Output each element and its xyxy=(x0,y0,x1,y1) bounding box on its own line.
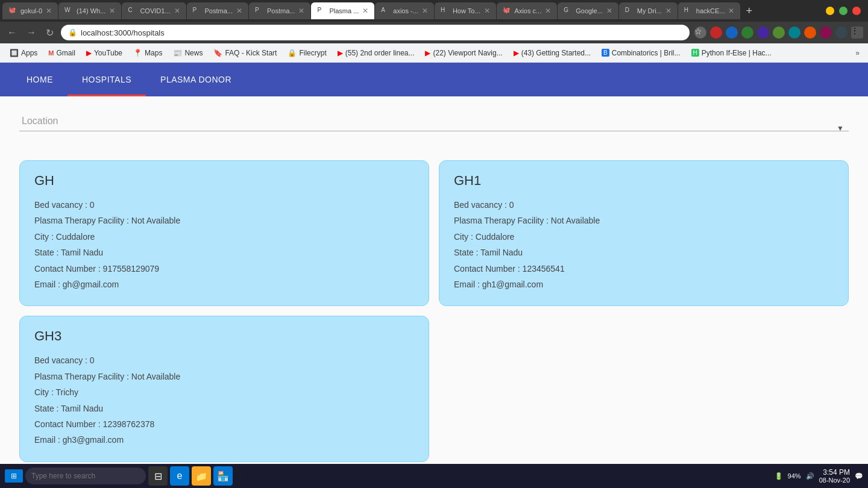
hospital-card-gh1: GH1 Bed vacancy : 0 Plasma Therapy Facil… xyxy=(439,160,849,306)
bookmark-22[interactable]: ▶ (22) Viewport Navig... xyxy=(420,47,507,59)
taskbar-icon-edge[interactable]: e xyxy=(170,466,189,477)
extension-icon2[interactable] xyxy=(726,27,738,39)
tab-mydrive[interactable]: D My Dri... ✕ xyxy=(619,2,678,19)
extension-icon7[interactable] xyxy=(804,27,816,39)
tab-favicon: H xyxy=(684,7,693,15)
taskbar-icon-store[interactable]: 🏪 xyxy=(213,466,233,477)
back-button[interactable]: ← xyxy=(5,26,19,39)
tab-axios[interactable]: A axios -... ✕ xyxy=(375,2,434,19)
filecrypt-icon: 🔒 xyxy=(288,49,297,57)
notification-icon[interactable]: 💬 xyxy=(855,472,863,477)
location-dropdown[interactable]: Location Cuddalore Trichy Chennai xyxy=(19,111,849,131)
tab-hackce[interactable]: H hackCE... ✕ xyxy=(678,2,741,19)
menu-icon[interactable]: ⋮ xyxy=(851,27,863,39)
bookmarks-more[interactable]: » xyxy=(852,47,863,59)
close-button[interactable] xyxy=(852,7,861,15)
bookmark-maps[interactable]: 📍 Maps xyxy=(128,47,167,59)
extension-icon9[interactable] xyxy=(835,27,848,39)
url-text: localhost:3000/hospitals xyxy=(81,28,165,37)
hospital-card-gh3: GH3 Bed vacancy : 0 Plasma Therapy Facil… xyxy=(19,316,429,461)
news-icon: 📰 xyxy=(173,49,182,57)
bookmark-filecrypt[interactable]: 🔒 Filecrypt xyxy=(283,47,331,59)
tab-favicon: P xyxy=(255,7,263,15)
tab-label: My Dri... xyxy=(637,7,662,14)
tab-close-icon[interactable]: ✕ xyxy=(46,7,52,15)
tab-google[interactable]: G Google... ✕ xyxy=(558,2,618,19)
forward-button[interactable]: → xyxy=(24,26,39,39)
tab-close-icon[interactable]: ✕ xyxy=(174,7,180,15)
tab-close-icon[interactable]: ✕ xyxy=(236,7,242,15)
tab-close-icon[interactable]: ✕ xyxy=(484,7,490,15)
extension-icon4[interactable] xyxy=(757,27,769,39)
tab-close-icon[interactable]: ✕ xyxy=(665,7,671,15)
nav-hospitals[interactable]: HOSPITALS xyxy=(68,63,146,96)
tab-close-icon[interactable]: ✕ xyxy=(362,7,368,15)
tab-wh[interactable]: W (14) Wh... ✕ xyxy=(58,2,121,19)
tab-close-icon[interactable]: ✕ xyxy=(606,7,612,15)
hospital-contact-gh1: Contact Number : 123456541 xyxy=(454,262,834,275)
maximize-button[interactable] xyxy=(839,7,848,15)
start-button[interactable]: ⊞ xyxy=(5,469,23,477)
brill-icon: B xyxy=(602,49,609,57)
extension-icon1[interactable] xyxy=(710,27,722,39)
hac-icon: H xyxy=(691,49,699,57)
bookmark-55[interactable]: ▶ (55) 2nd order linea... xyxy=(333,47,420,59)
bookmark-combinatorics[interactable]: B Combinatorics | Bril... xyxy=(597,47,685,59)
bookmark-apps[interactable]: 🔲 Apps xyxy=(5,47,42,59)
hospital-plasma-gh: Plasma Therapy Facility : Not Available xyxy=(34,214,414,227)
tab-covid[interactable]: C COVID1... ✕ xyxy=(122,2,186,19)
taskbar-search[interactable] xyxy=(25,468,146,477)
tab-axioscatch[interactable]: 🐙 Axios c... ✕ xyxy=(497,2,558,19)
tab-favicon: C xyxy=(128,7,136,15)
tab-howto[interactable]: H How To... ✕ xyxy=(435,2,496,19)
extension-icon5[interactable] xyxy=(773,27,785,39)
bookmark-python[interactable]: H Python If-Else | Hac... xyxy=(687,47,776,59)
bookmark-faq[interactable]: 🔖 FAQ - Kick Start xyxy=(209,47,281,59)
bookmark-43[interactable]: ▶ (43) Getting Started... xyxy=(509,47,596,59)
bookmarks-bar: 🔲 Apps M Gmail ▶ YouTube 📍 Maps 📰 News 🔖… xyxy=(0,43,868,63)
tab-favicon: 🐙 xyxy=(8,7,17,15)
apps-icon: 🔲 xyxy=(10,49,19,57)
taskbar-icon-task[interactable]: ⊟ xyxy=(148,466,168,477)
tab-close-icon[interactable]: ✕ xyxy=(728,7,734,15)
tab-gokul[interactable]: 🐙 gokul-0 ✕ xyxy=(2,2,58,19)
bookmark-youtube[interactable]: ▶ YouTube xyxy=(81,47,127,59)
taskbar: ⊞ ⊟ e 📁 🏪 🔋 94% 🔊 3:54 PM 08-Nov-20 💬 xyxy=(0,464,868,477)
tab-favicon: 🐙 xyxy=(503,7,511,15)
hospital-contact-gh3: Contact Number : 12398762378 xyxy=(34,418,414,431)
tab-postman2[interactable]: P Postma... ✕ xyxy=(249,2,310,19)
tab-close-icon[interactable]: ✕ xyxy=(109,7,115,15)
bookmark-label: News xyxy=(184,49,203,57)
refresh-button[interactable]: ↻ xyxy=(43,26,56,40)
star-icon[interactable]: ☆ xyxy=(694,27,706,39)
taskbar-icon-explorer[interactable]: 📁 xyxy=(192,466,211,477)
tab-close-icon[interactable]: ✕ xyxy=(545,7,551,15)
url-bar[interactable]: 🔒 localhost:3000/hospitals xyxy=(61,25,690,40)
bookmark-gmail[interactable]: M Gmail xyxy=(43,47,80,59)
extension-icon8[interactable] xyxy=(820,27,832,39)
extension-icon3[interactable] xyxy=(741,27,753,39)
tab-close-icon[interactable]: ✕ xyxy=(422,7,428,15)
hospital-email-gh: Email : gh@gmail.com xyxy=(34,278,414,291)
tab-postman1[interactable]: P Postma... ✕ xyxy=(187,2,248,19)
gmail-icon: M xyxy=(48,49,54,57)
nav-plasma-donor[interactable]: PLASMA DONOR xyxy=(146,63,246,96)
hospital-city-gh1: City : Cuddalore xyxy=(454,230,834,243)
minimize-button[interactable] xyxy=(826,7,834,15)
youtube-icon: ▶ xyxy=(86,49,92,57)
tab-plasma[interactable]: P Plasma ... ✕ xyxy=(311,2,374,19)
tab-label: axios -... xyxy=(393,7,418,14)
bookmark-label: Filecrypt xyxy=(299,49,326,57)
nav-home[interactable]: HOME xyxy=(12,63,68,96)
tab-close-icon[interactable]: ✕ xyxy=(298,7,304,15)
new-tab-button[interactable]: + xyxy=(741,5,757,17)
video-icon: ▶ xyxy=(425,49,430,57)
location-wrapper: Location Cuddalore Trichy Chennai xyxy=(19,111,849,146)
address-bar: ← → ↻ 🔒 localhost:3000/hospitals ☆ ⋮ xyxy=(0,22,868,43)
tab-label: hackCE... xyxy=(696,7,725,14)
bookmark-news[interactable]: 📰 News xyxy=(168,47,207,59)
nav-home-label: HOME xyxy=(27,75,53,84)
extension-icon6[interactable] xyxy=(788,27,800,39)
hospital-plasma-gh3: Plasma Therapy Facility : Not Available xyxy=(34,370,414,383)
tab-favicon: W xyxy=(64,7,73,15)
